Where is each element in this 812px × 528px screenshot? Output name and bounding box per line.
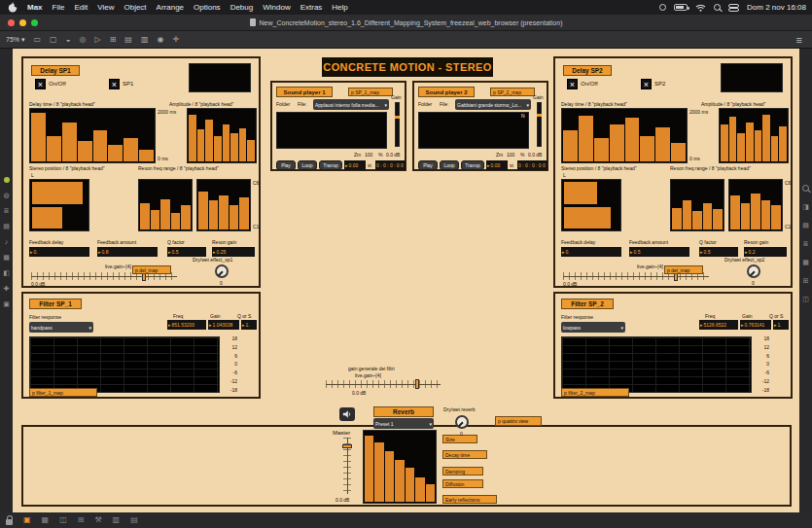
- delay2-map-subpatcher[interactable]: p del_map: [664, 265, 703, 274]
- filter2-freq-numbox[interactable]: ▸5126.6522: [699, 320, 738, 330]
- delay2-fb-delay-numbox[interactable]: ▸0.: [561, 247, 621, 257]
- player2-gain-slider[interactable]: [537, 102, 542, 147]
- delay2-reson-low-multislider[interactable]: [670, 179, 724, 231]
- reference-icon[interactable]: ▤: [802, 222, 809, 229]
- player1-transp-numbox[interactable]: ▸0.00: [344, 160, 366, 170]
- reverb-early-reflections-box[interactable]: Early reflections: [442, 495, 497, 504]
- menu-bar-clock[interactable]: Dom 2 nov 16:08: [747, 3, 806, 12]
- menu-debug[interactable]: Debug: [230, 3, 254, 12]
- reverb-decay-box[interactable]: Decay time: [442, 450, 487, 459]
- presentation-icon[interactable]: ▣: [3, 300, 10, 307]
- object-box-icon[interactable]: ▭: [34, 36, 42, 44]
- spotlight-search-icon[interactable]: [714, 4, 721, 11]
- new-view-icon[interactable]: ⊞: [78, 516, 85, 524]
- comment-box-icon[interactable]: ◒: [66, 36, 71, 44]
- player2-zoom-value[interactable]: 100: [507, 152, 514, 158]
- grid-icon[interactable]: ⊞: [803, 277, 809, 284]
- player1-zoom-value[interactable]: 100: [365, 152, 372, 158]
- apple-menu-icon[interactable]: [8, 2, 18, 13]
- menu-arrange[interactable]: Arrange: [157, 3, 184, 12]
- filter2-mode-menu[interactable]: lowpass▾: [561, 322, 625, 333]
- player2-transp-button[interactable]: Transp: [461, 160, 484, 170]
- delay1-drywet-knob[interactable]: [215, 264, 229, 278]
- filter2-map-subpatcher[interactable]: p filter_2_map: [561, 388, 629, 397]
- menu-help[interactable]: Help: [332, 3, 347, 12]
- delay2-delay-time-multislider[interactable]: [561, 108, 688, 163]
- menu-extras[interactable]: Extras: [300, 3, 323, 12]
- add-object-icon[interactable]: ✛: [172, 36, 179, 44]
- delay2-onoff-toggle[interactable]: ×: [567, 79, 578, 89]
- midi-icon[interactable]: ♪: [5, 238, 9, 245]
- player1-folder-button[interactable]: Folder: [276, 101, 290, 107]
- filter1-map-subpatcher[interactable]: p filter_1_map: [29, 388, 97, 397]
- zoom-level-control[interactable]: 75%▾: [6, 36, 25, 44]
- player1-gain-slider[interactable]: [395, 102, 400, 147]
- grid-mode-icon[interactable]: ▦: [42, 516, 50, 524]
- dial-icon[interactable]: ◉: [157, 36, 163, 44]
- delay2-reson-gain-numbox[interactable]: ▸0.2: [744, 247, 787, 257]
- number-box-icon[interactable]: ⊞: [110, 36, 117, 44]
- message-box-icon[interactable]: ▢: [50, 36, 57, 44]
- player1-waveform[interactable]: [276, 112, 387, 149]
- tools-icon[interactable]: ⚒: [94, 516, 101, 524]
- delay2-sp-toggle[interactable]: ×: [641, 79, 652, 89]
- delay2-drywet-knob[interactable]: [747, 264, 760, 278]
- close-window-button[interactable]: [8, 19, 15, 26]
- player1-loop-button[interactable]: Loop: [298, 160, 317, 170]
- filter1-mode-menu[interactable]: bandpass▾: [29, 322, 93, 333]
- menu-object[interactable]: Object: [124, 3, 146, 12]
- reverb-drywet-knob[interactable]: [455, 415, 469, 429]
- panel-icon[interactable]: ▥: [141, 36, 149, 44]
- reverb-map-subpatcher[interactable]: p quattro view: [495, 416, 542, 426]
- files-icon[interactable]: ◧: [3, 269, 10, 276]
- delay1-reson-high-multislider[interactable]: [196, 179, 251, 231]
- filters-gain-slider[interactable]: [326, 380, 441, 388]
- player1-play-button[interactable]: Play: [276, 160, 296, 170]
- patcher-list-icon[interactable]: ▤: [3, 223, 10, 229]
- menu-edit[interactable]: Edit: [74, 3, 88, 12]
- filter1-q-numbox[interactable]: ▸1.: [241, 320, 257, 330]
- filter1-freq-numbox[interactable]: ▸851.53200: [167, 320, 206, 330]
- delay1-fb-delay-numbox[interactable]: ▸0.: [29, 247, 89, 257]
- player2-waveform[interactable]: [418, 112, 529, 149]
- delay1-q-numbox[interactable]: ▸0.5: [167, 247, 206, 257]
- control-center-icon[interactable]: [728, 4, 739, 12]
- menu-view[interactable]: View: [97, 3, 114, 12]
- reverb-params-multislider[interactable]: [363, 430, 437, 504]
- player1-file-menu[interactable]: Applausi interno folla media...▾: [313, 99, 389, 110]
- button-icon[interactable]: ▷: [94, 36, 100, 44]
- search-icon[interactable]: [802, 185, 809, 192]
- delay1-onoff-toggle[interactable]: ×: [35, 79, 46, 89]
- packages-icon[interactable]: ▦: [802, 259, 809, 265]
- matrix-icon[interactable]: ▦: [3, 254, 10, 261]
- master-gain-slider[interactable]: [343, 438, 351, 494]
- delay2-stereo-multislider[interactable]: [561, 179, 621, 231]
- snippets-icon[interactable]: ◫: [802, 296, 809, 302]
- patching-mode-icon[interactable]: ◫: [59, 516, 67, 524]
- delay1-stereo-multislider[interactable]: [29, 179, 89, 231]
- delay1-amplitude-multislider[interactable]: [187, 108, 257, 163]
- toggle-box-icon[interactable]: ◎: [80, 36, 87, 44]
- battery-icon[interactable]: [674, 4, 688, 11]
- player1-map-subpatcher[interactable]: p SP_1_map: [348, 88, 393, 96]
- add-icon[interactable]: ✚: [4, 285, 10, 292]
- delay1-map-subpatcher[interactable]: p del_map: [132, 265, 171, 274]
- console-icon[interactable]: ◍: [3, 192, 9, 198]
- lock-patcher-icon[interactable]: [6, 519, 13, 525]
- filter1-gain-numbox[interactable]: ▸1.043038: [208, 320, 239, 330]
- player2-map-subpatcher[interactable]: p SP_2_map: [490, 88, 535, 96]
- delay2-amplitude-multislider[interactable]: [719, 108, 789, 163]
- inspector-icon[interactable]: ◨: [802, 203, 809, 210]
- menu-window[interactable]: Window: [263, 3, 290, 12]
- minimize-window-button[interactable]: [19, 19, 26, 26]
- toolbar-menu-icon[interactable]: ≡: [796, 34, 802, 46]
- menu-file[interactable]: File: [53, 3, 65, 12]
- filter2-filtergraph[interactable]: [561, 336, 752, 393]
- filter2-q-numbox[interactable]: ▸1.: [773, 320, 789, 330]
- screen-record-icon[interactable]: [659, 4, 666, 11]
- delay1-live-grid[interactable]: [189, 63, 251, 92]
- menu-app-max[interactable]: Max: [27, 3, 43, 12]
- delay2-fb-amount-numbox[interactable]: ▸0.5: [629, 247, 689, 257]
- zoom-window-button[interactable]: [31, 19, 38, 26]
- slider-icon[interactable]: ▤: [124, 36, 132, 44]
